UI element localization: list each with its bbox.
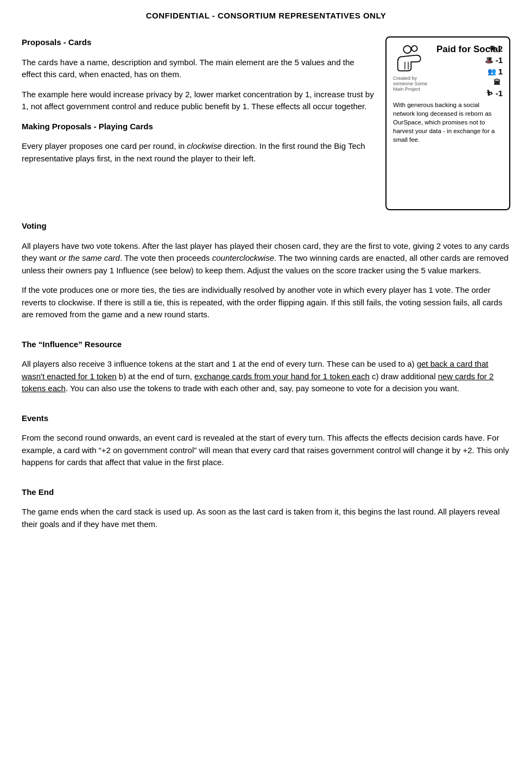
card-values: 👁 2 🎩 -1 👥 1 🏛 ⛷ -1 (485, 44, 503, 98)
making-proposals-text: Every player proposes one card per round… (22, 140, 375, 165)
card-icon-area: Created by someone Some Main Project (393, 44, 431, 94)
proposals-text: Proposals - Cards The cards have a name,… (22, 36, 375, 210)
government-icon: 🏛 (493, 78, 501, 86)
trust-value: 1 (498, 67, 503, 76)
public-value: -1 (496, 89, 503, 98)
proposals-cards-p1: The cards have a name, description and s… (22, 57, 375, 81)
card-credit: Created by someone Some Main Project (393, 76, 431, 92)
card-value-privacy: 👁 2 (489, 44, 503, 53)
end-title: The End (22, 487, 54, 497)
card-body-text: With generous backing a social network l… (393, 101, 503, 144)
voting-p1: All players have two vote tokens. After … (22, 240, 510, 277)
privacy-icon: 👁 (489, 45, 496, 53)
proposals-cards-title: Proposals - Cards (22, 37, 91, 47)
card-hand-icon (393, 44, 431, 74)
example-card: Created by someone Some Main Project Pai… (385, 36, 510, 210)
voting-title: Voting (22, 221, 47, 230)
header-title: CONFIDENTIAL - CONSORTIUM REPRESENTATIVE… (22, 11, 510, 20)
influence-title: The “Influence” Resource (22, 340, 122, 349)
making-proposals-title: Making Proposals - Playing Cards (22, 122, 153, 131)
voting-p2: If the vote produces one or more ties, t… (22, 284, 510, 321)
svg-point-0 (403, 46, 411, 53)
public-icon: ⛷ (486, 89, 493, 97)
making-proposals-section: Making Proposals - Playing Cards Every p… (22, 121, 375, 165)
trust-icon: 👥 (487, 67, 496, 76)
proposals-section: Proposals - Cards The cards have a name,… (22, 36, 510, 210)
influence-section: The “Influence” Resource All players als… (22, 338, 510, 403)
card-value-public: ⛷ -1 (486, 89, 503, 98)
events-paragraph: From the second round onwards, an event … (22, 432, 510, 469)
voting-section: Voting All players have two vote tokens.… (22, 220, 510, 329)
card-value-market: 🎩 -1 (485, 55, 503, 65)
proposals-cards-p2: The example here would increase privacy … (22, 89, 375, 113)
main-content: Proposals - Cards The cards have a name,… (22, 36, 510, 548)
influence-option-b: exchange cards from your hand for 1 toke… (194, 372, 370, 381)
events-section: Events From the second round onwards, an… (22, 412, 510, 476)
end-paragraph: The game ends when the card stack is use… (22, 506, 510, 530)
end-section: The End The game ends when the card stac… (22, 486, 510, 538)
card-value-government: 🏛 (493, 78, 503, 86)
card-value-trust: 👥 1 (487, 67, 503, 76)
influence-paragraph: All players also receive 3 influence tok… (22, 358, 510, 395)
events-title: Events (22, 413, 48, 423)
market-icon: 🎩 (485, 56, 493, 64)
privacy-value: 2 (498, 44, 503, 53)
market-value: -1 (496, 55, 503, 65)
page-header: CONFIDENTIAL - CONSORTIUM REPRESENTATIVE… (22, 11, 510, 20)
svg-point-1 (411, 46, 417, 52)
